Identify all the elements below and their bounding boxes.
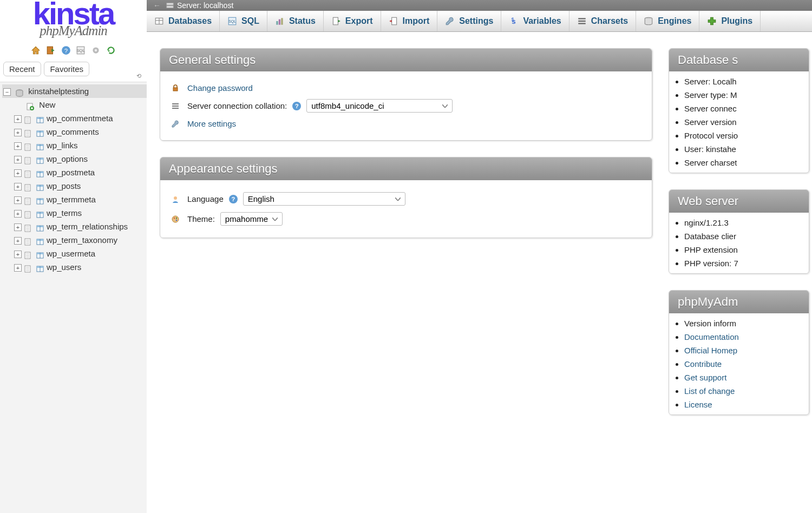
collation-select[interactable]: utf8mb4_unicode_ci	[306, 99, 453, 113]
engines-icon	[644, 16, 653, 26]
table-link[interactable]: wp_options	[47, 154, 88, 163]
info-item[interactable]: Get support	[684, 371, 807, 384]
expand-table-icon[interactable]: +	[14, 156, 22, 163]
tab-databases[interactable]: Databases	[147, 11, 220, 31]
svg-marker-74	[389, 20, 392, 23]
logo[interactable]: kinsta phpMyAdmin	[0, 0, 147, 42]
table-link[interactable]: wp_links	[47, 141, 78, 150]
table-link[interactable]: wp_posts	[47, 181, 81, 190]
info-item[interactable]: Official Homep	[684, 344, 807, 357]
browse-icon[interactable]	[24, 223, 32, 232]
browse-icon[interactable]	[24, 169, 32, 177]
browse-icon[interactable]	[24, 250, 32, 259]
phpmyadmin-heading: phpMyAdm	[669, 291, 809, 313]
browse-icon[interactable]	[24, 236, 32, 245]
tab-export[interactable]: Export	[324, 11, 381, 31]
info-item: Server charset	[684, 156, 807, 169]
expand-table-icon[interactable]: +	[14, 142, 22, 150]
browse-icon[interactable]	[24, 209, 32, 218]
svg-rect-61	[167, 3, 173, 5]
theme-select[interactable]: pmahomme	[220, 212, 283, 226]
nav-quick-icons: ? SQL	[0, 42, 147, 58]
expand-table-icon[interactable]: +	[14, 223, 22, 231]
info-item[interactable]: License	[684, 398, 807, 411]
tab-variables[interactable]: s$Variables	[501, 11, 569, 31]
tab-settings[interactable]: Settings	[437, 11, 501, 31]
table-link[interactable]: wp_term_relationships	[47, 222, 128, 231]
expand-table-icon[interactable]: +	[14, 115, 22, 123]
info-item: Server version	[684, 115, 807, 129]
svg-marker-0	[32, 47, 40, 54]
table-link[interactable]: wp_termmeta	[47, 195, 96, 204]
collapse-db-icon[interactable]: −	[3, 88, 11, 96]
info-item: Server: Localh	[684, 75, 807, 88]
docs-icon[interactable]: ?	[61, 45, 71, 55]
expand-table-icon[interactable]: +	[14, 183, 22, 190]
expand-table-icon[interactable]: +	[14, 210, 22, 218]
info-item: Version inform	[684, 317, 807, 330]
browse-icon[interactable]	[24, 128, 32, 137]
breadcrumb-server[interactable]: Server: localhost	[177, 1, 233, 10]
db-name[interactable]: kinstahelptesting	[28, 87, 89, 96]
database-icon	[15, 88, 24, 96]
home-icon[interactable]	[31, 45, 41, 55]
theme-icon	[171, 215, 180, 223]
expand-table-icon[interactable]: +	[14, 129, 22, 136]
tab-status[interactable]: Status	[267, 11, 324, 31]
browse-icon[interactable]	[24, 182, 32, 191]
browse-icon[interactable]	[24, 115, 32, 123]
table-link[interactable]: wp_usermeta	[47, 249, 95, 258]
main: ← Server: localhost DatabasesSQLSQLStatu…	[147, 0, 812, 513]
new-table-link[interactable]: New	[39, 100, 55, 109]
more-settings-link[interactable]: More settings	[187, 119, 236, 128]
svg-rect-81	[173, 88, 178, 91]
info-item: Protocol versio	[684, 129, 807, 142]
table-link[interactable]: wp_commentmeta	[47, 114, 113, 123]
info-item[interactable]: List of change	[684, 384, 807, 398]
help-icon[interactable]: ?	[292, 102, 301, 110]
language-select[interactable]: English	[243, 192, 405, 206]
table-link[interactable]: wp_terms	[47, 208, 82, 218]
info-item: User: kinstahe	[684, 142, 807, 156]
info-item[interactable]: Documentation	[684, 330, 807, 344]
info-item[interactable]: Contribute	[684, 357, 807, 371]
language-label: Language	[187, 194, 224, 203]
expand-table-icon[interactable]: +	[14, 237, 22, 245]
settings-icon	[445, 16, 455, 26]
tab-plugins[interactable]: Plugins	[699, 11, 761, 31]
tab-sql[interactable]: SQLSQL	[220, 11, 267, 31]
svg-rect-68	[276, 21, 278, 25]
table-link[interactable]: wp_users	[47, 262, 81, 272]
recent-tab[interactable]: Recent	[3, 62, 41, 76]
expand-table-icon[interactable]: +	[14, 251, 22, 258]
sql-icon[interactable]: SQL	[76, 45, 86, 55]
table-link[interactable]: wp_comments	[47, 127, 99, 136]
tab-import[interactable]: Import	[381, 11, 438, 31]
browse-icon[interactable]	[24, 155, 32, 164]
favorites-tab[interactable]: Favorites	[44, 62, 89, 76]
browse-icon[interactable]	[24, 196, 32, 205]
tab-engines[interactable]: Engines	[636, 11, 699, 31]
expand-table-icon[interactable]: +	[14, 196, 22, 204]
svg-rect-71	[333, 17, 338, 25]
table-link[interactable]: wp_postmeta	[47, 168, 95, 177]
database-server-panel: Database s Server: LocalhServer type: MS…	[669, 48, 809, 173]
svg-rect-69	[279, 19, 280, 25]
help-icon[interactable]: ?	[229, 195, 238, 203]
tab-charsets[interactable]: Charsets	[569, 11, 636, 31]
logout-icon[interactable]	[46, 45, 56, 55]
expand-table-icon[interactable]: +	[14, 169, 22, 177]
svg-point-88	[176, 217, 177, 218]
table-link[interactable]: wp_term_taxonomy	[47, 235, 117, 245]
reload-icon[interactable]	[106, 45, 116, 55]
svg-text:?: ?	[64, 47, 67, 54]
settings-gear-icon[interactable]	[91, 45, 101, 55]
browse-icon[interactable]	[24, 264, 32, 272]
collapse-icon[interactable]: ⟲	[136, 73, 141, 80]
svg-point-8	[95, 49, 97, 51]
back-arrow-icon[interactable]: ←	[151, 1, 163, 10]
change-password-link[interactable]: Change password	[187, 83, 253, 93]
browse-icon[interactable]	[24, 142, 32, 150]
breadcrumb: ← Server: localhost	[147, 0, 812, 11]
expand-table-icon[interactable]: +	[14, 264, 22, 272]
